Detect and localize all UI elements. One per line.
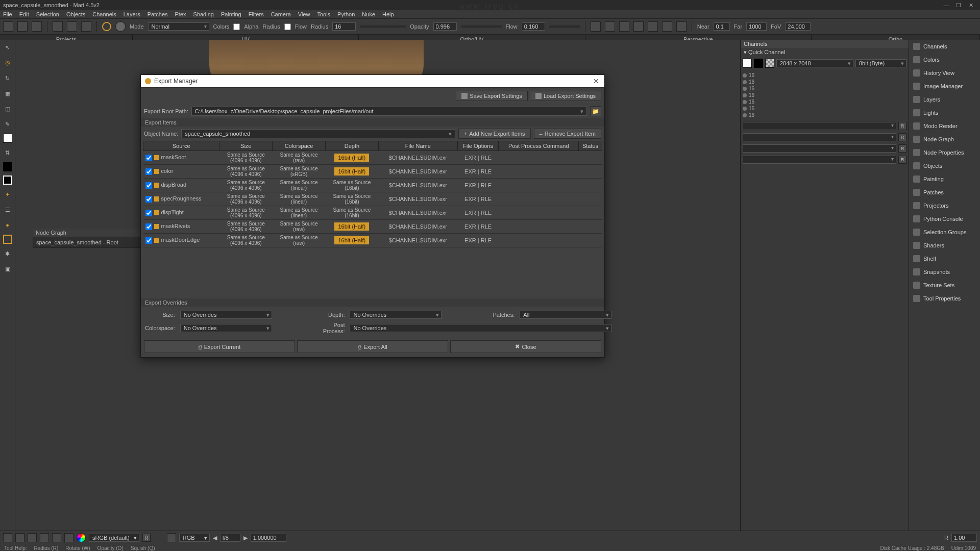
sb-icon-3[interactable] <box>28 533 37 542</box>
load-icon <box>535 93 542 99</box>
ov-depth-dropdown[interactable]: No Overrides <box>350 311 442 319</box>
ov-cs-dropdown[interactable]: No Overrides <box>180 324 272 332</box>
col-fileoptions[interactable]: File Options <box>457 141 499 151</box>
col-status[interactable]: Status <box>579 141 602 151</box>
save-export-settings-button[interactable]: Save Export Settings <box>456 91 528 101</box>
dialog-close-icon[interactable]: ✕ <box>592 77 600 85</box>
save-icon <box>461 93 468 99</box>
channel-chip-icon <box>154 196 159 202</box>
ov-cs-label: Colorspace: <box>145 325 175 331</box>
object-name-dropdown[interactable]: space_capsule_smoothed <box>181 129 455 138</box>
r-value-input[interactable] <box>951 534 977 542</box>
row-checkbox[interactable] <box>145 237 152 244</box>
ov-patches-label: Patches: <box>493 312 514 318</box>
export-table: Source Size Colorspace Depth File Name F… <box>143 141 602 247</box>
close-button[interactable]: ✖ Close <box>450 340 601 353</box>
hint-opacity: Opacity (O) <box>97 545 124 551</box>
row-checkbox[interactable] <box>145 210 152 216</box>
table-row[interactable]: specRoughnessSame as Source(4096 x 4096)… <box>143 192 602 206</box>
r-label: R <box>944 535 948 541</box>
ov-size-dropdown[interactable]: No Overrides <box>180 311 272 319</box>
prev-icon[interactable]: ◀ <box>213 535 217 541</box>
hint-radius: Radius (R) <box>34 545 58 551</box>
channel-chip-icon <box>154 183 159 188</box>
ov-depth-label: Depth: <box>323 312 345 318</box>
colorspace-dropdown[interactable]: sRGB (default) <box>89 534 139 542</box>
hint-squish: Squish (Q) <box>131 545 155 551</box>
col-colorspace[interactable]: Colorspace <box>273 141 326 151</box>
export-items-section: Export Items <box>141 118 604 127</box>
col-source[interactable]: Source <box>143 141 219 151</box>
app-icon <box>145 78 151 84</box>
row-checkbox[interactable] <box>145 168 152 175</box>
rgb-dropdown[interactable]: RGB <box>179 534 210 542</box>
color-wheel-icon[interactable] <box>77 533 86 542</box>
sb-icon-1[interactable] <box>3 533 12 542</box>
load-export-settings-button[interactable]: Load Export Settings <box>530 91 601 101</box>
overrides-section: Export Overrides <box>141 298 604 307</box>
row-checkbox[interactable] <box>145 196 152 203</box>
sb-icon-4[interactable] <box>40 533 49 542</box>
table-row[interactable]: dispTightSame as Source(4096 x 4096)Same… <box>143 206 602 220</box>
col-filename[interactable]: File Name <box>378 141 457 151</box>
root-path-label: Export Root Path: <box>144 108 188 114</box>
table-row[interactable]: maskDoorEdgeSame as Source(4096 x 4096)S… <box>143 234 602 247</box>
ov-pp-dropdown[interactable]: No Overrides <box>350 324 611 332</box>
ov-patches-dropdown[interactable]: All <box>520 311 611 319</box>
channel-chip-icon <box>154 238 159 243</box>
export-all-button[interactable]: ⎙ Export All <box>297 340 448 353</box>
row-checkbox[interactable] <box>145 182 152 189</box>
col-depth[interactable]: Depth <box>325 141 378 151</box>
add-export-item-button[interactable]: + Add New Export Items <box>458 129 531 139</box>
fstop-input[interactable] <box>220 534 240 542</box>
udim: Udim:1009 <box>951 545 976 551</box>
table-row[interactable]: colorSame as Source(4096 x 4096)Same as … <box>143 165 602 179</box>
status-bar: sRGB (default) R RGB ◀ ▶ R Tool Help: Ra… <box>0 531 980 551</box>
channel-chip-icon <box>154 210 159 215</box>
export-current-button[interactable]: ⎙ Export Current <box>144 340 295 353</box>
reset-cs-button[interactable]: R <box>142 534 151 542</box>
table-row[interactable]: maskSootSame as Source(4096 x 4096)Same … <box>143 151 602 165</box>
dialog-title: Export Manager <box>154 78 198 85</box>
sb-icon-5[interactable] <box>52 533 61 542</box>
ov-size-label: Size: <box>145 312 175 318</box>
table-row[interactable]: dispBroadSame as Source(4096 x 4096)Same… <box>143 179 602 192</box>
row-checkbox[interactable] <box>145 155 152 161</box>
row-checkbox[interactable] <box>145 223 152 230</box>
sb-icon-2[interactable] <box>15 533 24 542</box>
hint-rotate: Rotate (W) <box>65 545 90 551</box>
tool-help: Tool Help: <box>4 545 27 551</box>
remove-export-item-button[interactable]: – Remove Export Item <box>534 129 601 139</box>
col-size[interactable]: Size <box>219 141 273 151</box>
next-icon[interactable]: ▶ <box>243 535 248 541</box>
sb-icon-6[interactable] <box>64 533 74 542</box>
disk-cache: Disk Cache Usage : 2.48GB <box>880 545 944 551</box>
channel-chip-icon <box>154 155 159 160</box>
col-postprocess[interactable]: Post Process Command <box>499 141 579 151</box>
exposure-input[interactable] <box>251 534 286 542</box>
channels-icon-sb[interactable] <box>167 533 176 542</box>
browse-folder-button[interactable]: 📁 <box>590 106 601 116</box>
export-manager-dialog: Export Manager ✕ Save Export Settings Lo… <box>140 74 605 358</box>
channel-chip-icon <box>154 169 159 174</box>
root-path-field[interactable]: C:/Users/box_z/OneDrive/Desktop/space_ca… <box>191 107 587 116</box>
table-row[interactable]: maskRivetsSame as Source(4096 x 4096)Sam… <box>143 220 602 234</box>
ov-pp-label: Post Process: <box>323 322 345 334</box>
channel-chip-icon <box>154 224 159 229</box>
object-name-label: Object Name: <box>144 131 178 137</box>
